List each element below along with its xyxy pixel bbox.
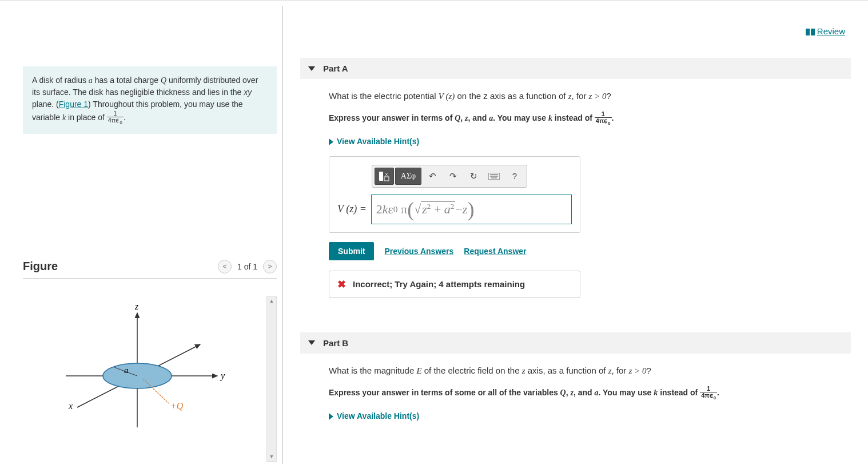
fraction: 14πϵ0	[107, 110, 124, 126]
problem-text: in place of	[66, 113, 107, 122]
right-pane: Review Part A What is the electric poten…	[283, 6, 868, 464]
collapse-icon[interactable]	[308, 66, 315, 71]
expand-icon	[329, 413, 333, 420]
figure-title: Figure	[23, 260, 218, 273]
equation-row: V (z) = 2kε0 π(√z2 + a2 − z)	[337, 195, 572, 224]
xy-plane: xy	[244, 88, 252, 97]
figure-prev-button[interactable]: <	[218, 260, 232, 273]
svg-text:x: x	[68, 401, 73, 411]
svg-text:+Q: +Q	[170, 401, 184, 411]
figure-next-button[interactable]: >	[263, 260, 277, 273]
part-b-header[interactable]: Part B	[300, 332, 851, 354]
feedback-box: ✖ Incorrect; Try Again; 4 attempts remai…	[329, 271, 580, 298]
part-b-question: What is the magnitude E of the electric …	[329, 364, 851, 378]
hints-toggle-b[interactable]: View Available Hint(s)	[329, 411, 419, 421]
left-pane: A disk of radius a has a total charge Q …	[0, 6, 283, 464]
figure-1-link[interactable]: Figure 1	[59, 100, 88, 109]
figure-count: 1 of 1	[237, 262, 257, 271]
part-a-body: What is the electric potential V (z) on …	[300, 79, 851, 304]
previous-answers-link[interactable]: Previous Answers	[384, 247, 453, 256]
part-a-label: Part A	[323, 64, 348, 73]
action-row-a: Submit Previous Answers Request Answer	[329, 242, 851, 260]
figure-header: Figure < 1 of 1 >	[23, 260, 277, 279]
figure-content: z y x a +Q ▲ ▼	[23, 296, 277, 462]
help-button[interactable]: ?	[505, 168, 524, 185]
undo-button[interactable]: ↶	[423, 168, 442, 185]
var-a: a	[89, 76, 93, 85]
incorrect-icon: ✖	[337, 278, 346, 291]
svg-text:x: x	[385, 172, 388, 177]
submit-button[interactable]: Submit	[329, 242, 374, 260]
equation-label: V (z) =	[337, 203, 367, 215]
answer-box-a: x ΑΣφ ↶ ↷ ↻ ? V (z) = 2kε0 π(√z2 + a2 − …	[329, 156, 580, 233]
part-b-instruction: Express your answer in terms of some or …	[329, 386, 851, 401]
problem-statement: A disk of radius a has a total charge Q …	[23, 66, 277, 134]
equation-toolbar: x ΑΣφ ↶ ↷ ↻ ?	[372, 165, 527, 188]
part-a-question: What is the electric potential V (z) on …	[329, 89, 851, 103]
hints-toggle-a[interactable]: View Available Hint(s)	[329, 137, 419, 146]
svg-text:a: a	[124, 366, 129, 375]
problem-text: has a total charge	[93, 76, 161, 85]
collapse-icon[interactable]	[308, 340, 315, 345]
scroll-down-icon[interactable]: ▼	[267, 452, 276, 461]
svg-text:z: z	[134, 302, 139, 311]
redo-button[interactable]: ↷	[443, 168, 463, 185]
part-b-label: Part B	[323, 338, 348, 348]
template-tool-button[interactable]: x	[375, 168, 394, 185]
book-icon	[806, 27, 815, 37]
svg-rect-15	[384, 177, 389, 181]
svg-rect-11	[806, 29, 810, 35]
part-a-instruction: Express your answer in terms of Q, z, an…	[329, 111, 851, 126]
figure-scrollbar[interactable]: ▲ ▼	[266, 296, 277, 462]
svg-rect-13	[379, 172, 383, 181]
problem-text: plane. (	[32, 100, 59, 109]
scroll-track[interactable]	[267, 306, 276, 452]
disk-diagram: z y x a +Q	[23, 296, 252, 456]
reset-button[interactable]: ↻	[464, 168, 483, 185]
greek-tool-button[interactable]: ΑΣφ	[395, 168, 421, 185]
expand-icon	[329, 138, 333, 145]
fraction: 14πϵ0	[595, 111, 612, 126]
keyboard-button[interactable]	[484, 168, 504, 185]
scroll-up-icon[interactable]: ▲	[267, 296, 276, 306]
request-answer-link[interactable]: Request Answer	[464, 247, 526, 256]
var-Q: Q	[161, 76, 166, 85]
problem-text: .	[124, 113, 126, 122]
part-b-body: What is the magnitude E of the electric …	[300, 354, 851, 437]
review-link[interactable]: Review	[806, 26, 845, 37]
feedback-text: Incorrect; Try Again; 4 attempts remaini…	[353, 279, 525, 289]
svg-text:y: y	[220, 371, 225, 381]
fraction: 14πϵ0	[700, 386, 717, 401]
part-a-header[interactable]: Part A	[300, 58, 851, 79]
svg-rect-12	[811, 29, 815, 35]
equation-input[interactable]: 2kε0 π(√z2 + a2 − z)	[371, 195, 572, 224]
problem-text: A disk of radius	[32, 76, 89, 85]
